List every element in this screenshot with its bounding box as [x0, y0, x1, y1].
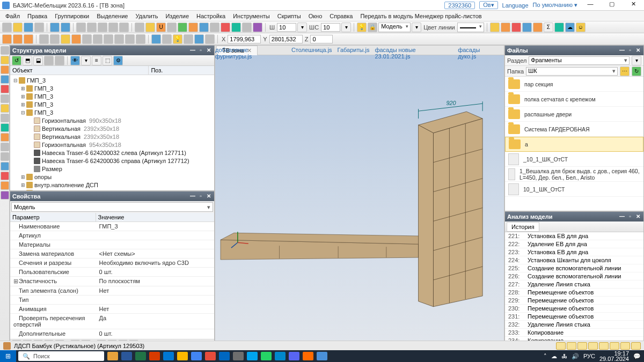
tb-icon[interactable]: ⬚ — [103, 56, 112, 65]
view-icon[interactable] — [50, 34, 60, 44]
x-input[interactable] — [228, 35, 261, 43]
tb-icon[interactable] — [151, 34, 161, 44]
dropdown-icon[interactable]: ▾ — [412, 23, 421, 32]
view-icon[interactable] — [39, 34, 49, 44]
panel-minimize-icon[interactable]: — — [619, 47, 625, 54]
task-icon[interactable] — [205, 352, 216, 360]
tree-row[interactable]: Горизонтальная954x350x18 — [10, 141, 214, 149]
property-row[interactable]: Тип — [10, 295, 214, 305]
y-input[interactable] — [269, 35, 303, 43]
save-icon[interactable] — [24, 23, 33, 32]
panel-close-icon[interactable]: ✕ — [206, 47, 212, 54]
tb-icon[interactable] — [44, 56, 54, 65]
tool-icon[interactable] — [1, 85, 9, 93]
history-row[interactable]: 222:Удаление ЕВ для дна — [505, 240, 643, 248]
panel-pin-icon[interactable]: ▫ — [197, 47, 204, 54]
tb-icon[interactable] — [178, 23, 187, 32]
grid-icon[interactable] — [135, 23, 144, 32]
select-icon[interactable] — [1, 46, 9, 55]
dropdown-icon[interactable]: ▾ — [341, 23, 351, 32]
status-icon[interactable] — [577, 342, 587, 350]
status-icon[interactable] — [567, 342, 576, 350]
tb-icon[interactable] — [533, 23, 543, 32]
tool-icon[interactable] — [1, 123, 9, 132]
view-cube-icon[interactable] — [2, 34, 12, 44]
print-icon[interactable] — [34, 23, 44, 32]
undo-icon[interactable] — [50, 23, 60, 32]
tool-icon[interactable] — [1, 114, 9, 122]
tb-icon[interactable] — [194, 34, 204, 44]
property-row[interactable]: Дополнительные материалы0 шт. — [10, 329, 214, 339]
tool-icon[interactable] — [1, 191, 9, 200]
tool-icon[interactable] — [1, 162, 9, 171]
task-icon[interactable] — [219, 352, 230, 360]
task-icon[interactable] — [275, 352, 286, 360]
history-row[interactable]: 230:Перемещение объектов — [505, 305, 643, 313]
tree-row[interactable]: ⊞опоры — [10, 173, 214, 181]
history-row[interactable]: 226:Создание вспомогательной линии — [505, 272, 643, 280]
tb-icon[interactable] — [108, 23, 118, 32]
task-icon[interactable] — [317, 352, 327, 360]
tb-icon[interactable] — [119, 23, 129, 32]
panel-close-icon[interactable]: ✕ — [635, 47, 641, 54]
tb-icon[interactable] — [87, 23, 97, 32]
task-icon[interactable] — [163, 352, 174, 360]
task-icon[interactable] — [191, 352, 202, 360]
tb-icon[interactable] — [253, 23, 262, 32]
refresh-icon[interactable]: ↻ — [632, 67, 641, 76]
view-icon[interactable] — [136, 34, 145, 44]
tool-icon[interactable] — [1, 143, 9, 151]
tree-row[interactable]: Навеска Traser-6 624200032 слева (Артику… — [10, 149, 214, 157]
panel-minimize-icon[interactable]: — — [189, 47, 196, 54]
tb-icon[interactable] — [522, 23, 532, 32]
menu-item[interactable]: Изделие — [162, 12, 192, 20]
status-icon[interactable] — [599, 342, 609, 350]
eye-icon[interactable]: 👁 — [70, 56, 80, 65]
bulb-icon[interactable]: 💡 — [173, 34, 182, 44]
section-combo[interactable]: Фрагменты — [529, 56, 630, 65]
panel-pin-icon[interactable]: ▫ — [627, 47, 633, 54]
folder-item[interactable]: пар секция — [505, 77, 643, 92]
tb-icon[interactable]: ≡ — [92, 56, 101, 65]
language-link[interactable]: Language — [502, 2, 529, 9]
tool-icon[interactable] — [1, 104, 9, 113]
property-row[interactable]: АнимацияНет — [10, 305, 214, 314]
tb-icon[interactable] — [490, 23, 500, 32]
menu-item[interactable]: Группировки — [52, 12, 92, 20]
task-icon[interactable] — [177, 352, 188, 360]
tool-icon[interactable] — [1, 152, 9, 161]
default-dropdown[interactable]: По умолчанию ▾ — [533, 2, 577, 9]
cloud-icon[interactable]: ☁ — [565, 23, 575, 32]
view-cube-icon[interactable] — [13, 34, 23, 44]
property-row[interactable]: Сечения и разрезыНеобходимо включить ядр… — [10, 258, 214, 268]
history-row[interactable]: 223:Установка ЕВ для дна — [505, 248, 643, 256]
tb-icon[interactable]: ↺ — [12, 56, 21, 65]
status-icon[interactable] — [620, 342, 630, 350]
minimize-button[interactable]: — — [582, 1, 599, 10]
history-row[interactable]: 231:Перемещение объектов — [505, 313, 643, 321]
view-icon[interactable] — [93, 34, 103, 44]
panel-pin-icon[interactable]: ▫ — [197, 193, 204, 200]
tool-icon[interactable] — [1, 172, 9, 180]
start-button[interactable]: ⊞ — [0, 350, 16, 362]
viewport[interactable]: ТВ зона ✕ добавление фурнитуры.jsСтолешн… — [215, 45, 504, 350]
tray-clock[interactable]: 19:17 29.07.2024 — [599, 351, 629, 361]
tb-icon[interactable] — [205, 34, 215, 44]
view-icon[interactable] — [71, 34, 81, 44]
tray-volume-icon[interactable]: 🔊 — [572, 353, 579, 360]
tree-row[interactable]: Размер — [10, 165, 214, 173]
task-icon[interactable] — [303, 352, 313, 360]
history-row[interactable]: 228:Перемещение объектов — [505, 289, 643, 297]
tree-row[interactable]: Навеска Traser-6 624200036 справа (Артик… — [10, 157, 214, 165]
tree-row[interactable]: Горизонтальная990x350x18 — [10, 116, 214, 124]
task-icon[interactable] — [233, 352, 244, 360]
tray-cloud-icon[interactable]: ☁ — [551, 353, 557, 360]
property-row[interactable]: Артикул — [10, 231, 214, 240]
tb-icon[interactable] — [55, 56, 64, 65]
folder-item[interactable]: распашные двери — [505, 107, 643, 122]
tb-icon[interactable] — [501, 23, 510, 32]
menu-item[interactable]: Инструменты — [230, 12, 273, 20]
property-row[interactable]: Пользовательские0 шт. — [10, 268, 214, 277]
folder-item[interactable]: а — [505, 137, 643, 152]
view-icon[interactable] — [114, 34, 124, 44]
